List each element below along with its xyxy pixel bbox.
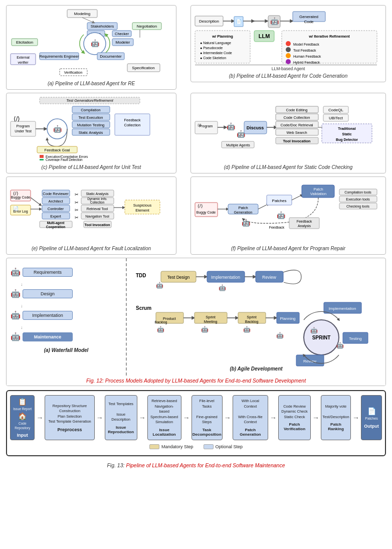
panel-a: Modeling Stakeholders Users Checker Nego… [6, 5, 176, 90]
wf-box-requirements: Requirements [23, 268, 73, 277]
optional-label: Optional Step [216, 444, 243, 449]
input-title: Input [17, 433, 28, 438]
svg-text:Test Design: Test Design [167, 275, 190, 280]
svg-text:Analysis: Analysis [298, 224, 311, 228]
svg-text:Tool Invocation: Tool Invocation [283, 139, 311, 143]
svg-text:🤖: 🤖 [219, 284, 226, 291]
waterfall-caption: (a) Waterfall Model [11, 347, 122, 353]
svg-text:Architect: Architect [48, 199, 63, 204]
svg-text:Code: Code [304, 20, 314, 24]
svg-text:Expert: Expert [50, 214, 62, 219]
mandatory-label: Mandatory Step [161, 444, 193, 449]
svg-rect-84 [40, 155, 44, 158]
svg-text:Mutation Testing: Mutation Testing [77, 123, 104, 127]
codegen-svg: Description 📄 🤖 Generated Code L [194, 9, 379, 66]
mandatory-box [149, 444, 159, 449]
wf-box-design: Design [23, 289, 73, 298]
output-title: Output [364, 424, 379, 429]
arrow-2: → [96, 395, 104, 440]
reproduction-title: IssueReproduction [108, 425, 134, 434]
svg-text:✂: ✂ [75, 208, 79, 213]
svg-line-168 [292, 195, 302, 200]
svg-text:Bug Detector: Bug Detector [336, 138, 358, 142]
svg-text:TDD: TDD [136, 273, 146, 278]
re-svg: Modeling Stakeholders Users Checker Nego… [10, 9, 165, 79]
svg-text:● Code Skeleton: ● Code Skeleton [200, 56, 226, 60]
svg-text:Checker: Checker [115, 32, 129, 36]
panel-c: Test Generation/Refinement Program Under… [6, 93, 176, 173]
svg-text:Code Editing: Code Editing [286, 108, 308, 112]
svg-text:Traditional: Traditional [338, 127, 355, 130]
svg-text:Backlog: Backlog [155, 320, 167, 324]
optional-box [204, 444, 214, 449]
svg-text:Web Search: Web Search [286, 130, 307, 135]
svg-text:Implementation: Implementation [211, 275, 240, 280]
svg-text:✂: ✂ [75, 200, 79, 205]
panel-d: ⟨/⟩ Program Multiple Agents 🤖 🤖 Discuss … [190, 93, 386, 173]
wf-box-maintenance: Maintenance [23, 332, 73, 341]
svg-text:LLM: LLM [259, 33, 270, 39]
svg-text:Code Collection: Code Collection [284, 115, 310, 120]
panel-f: ⟨/⟩ Buggy Code Patch Generation 🤖 Patche… [190, 176, 386, 255]
svg-text:🤖: 🤖 [277, 211, 286, 220]
svg-text:Patches: Patches [272, 199, 287, 203]
svg-text:Scrum: Scrum [136, 305, 151, 311]
svg-text:verifier: verifier [18, 61, 29, 64]
svg-text:Execution tools: Execution tools [346, 198, 370, 201]
pl-block-localization: Retrieve-basedNavigation-basedSpectrum-b… [147, 395, 181, 440]
svg-text:● Natural Language: ● Natural Language [200, 41, 231, 45]
pipeline-row: 📋 Issue Report 🏠 Code Repository Input →… [10, 395, 382, 440]
pl-block-input: 📋 Issue Report 🏠 Code Repository Input [10, 395, 35, 440]
caption-c: (c) Pipeline of LLM-based Agent for Unit… [10, 164, 173, 170]
arrow-4: → [182, 395, 190, 440]
svg-text:Error Log: Error Log [13, 210, 28, 214]
legend-row: Mandatory Step Optional Step [10, 444, 382, 449]
svg-text:Controller: Controller [48, 207, 64, 211]
svg-point-57 [286, 53, 291, 58]
svg-text:Patch: Patch [313, 187, 323, 192]
svg-line-27 [82, 18, 94, 23]
svg-text:Buggy Code: Buggy Code [11, 196, 31, 200]
taskdecomp-title: TaskDecomposition [192, 428, 222, 437]
fig13-caption-text: Fig. 13: Pipeline of LLM-based Agents fo… [107, 462, 285, 468]
svg-text:Sprint: Sprint [247, 315, 257, 319]
svg-text:w/ Iterative Refinement: w/ Iterative Refinement [308, 34, 350, 39]
svg-text:🤖: 🤖 [336, 341, 344, 349]
taskdecomp-items: File-level TasksFine-grained Steps [194, 399, 220, 425]
pl-block-taskdecomp: File-level TasksFine-grained Steps TaskD… [191, 395, 223, 440]
row-ef: ⟨/⟩ Buggy Code 📄 Error Log Code Reviewer… [6, 176, 386, 255]
svg-text:Multiple Agents: Multiple Agents [226, 143, 250, 147]
svg-text:Cooperation: Cooperation [46, 225, 65, 229]
repo-icon: 🏠 [18, 412, 27, 420]
svg-text:Program: Program [200, 124, 213, 128]
svg-text:Generation: Generation [234, 210, 252, 215]
svg-text:Sprint: Sprint [206, 315, 216, 319]
svg-text:🤖: 🤖 [201, 325, 209, 333]
svg-line-124 [31, 198, 41, 205]
svg-text:Specification: Specification [132, 66, 154, 70]
pl-block-patchrank: Majority voteTest/Description PatchRanki… [321, 395, 351, 440]
svg-text:Test Execution: Test Execution [79, 115, 103, 120]
svg-text:Static Analysis: Static Analysis [86, 192, 109, 196]
patchrank-title: PatchRanking [328, 422, 344, 431]
svg-text:Coverage  Fault Detection: Coverage Fault Detection [46, 158, 83, 161]
svg-text:Human Feedback: Human Feedback [293, 55, 321, 58]
svg-text:Collection: Collection [124, 123, 141, 127]
arrow-6: → [269, 395, 277, 440]
svg-text:🤖: 🤖 [156, 281, 163, 289]
arrow-3: → [138, 395, 146, 440]
caption-e: (e) Pipeline of LLM-based Agent for Faul… [10, 246, 173, 251]
pl-block-output: 📄 Patches Output [361, 395, 382, 440]
patchverif-title: PatchVerification [284, 422, 305, 431]
svg-text:Requirements Engineer: Requirements Engineer [40, 54, 79, 59]
svg-text:Retrieval Tool: Retrieval Tool [87, 207, 108, 211]
fig12-inner: 🤖 Requirements ↓ 🤖 Design ↓ 🤖 Implementa… [7, 258, 385, 376]
page: Modeling Stakeholders Users Checker Nego… [0, 0, 392, 475]
arrow-8: → [352, 395, 360, 440]
svg-text:Buggy Code: Buggy Code [197, 211, 216, 215]
wf-robot-2: 🤖 [11, 289, 21, 298]
svg-text:Test Generation/Refinement: Test Generation/Refinement [66, 98, 113, 103]
svg-text:Patch: Patch [238, 206, 248, 210]
svg-text:⟨/⟩: ⟨/⟩ [14, 115, 20, 122]
svg-text:Feedback: Feedback [124, 118, 141, 122]
